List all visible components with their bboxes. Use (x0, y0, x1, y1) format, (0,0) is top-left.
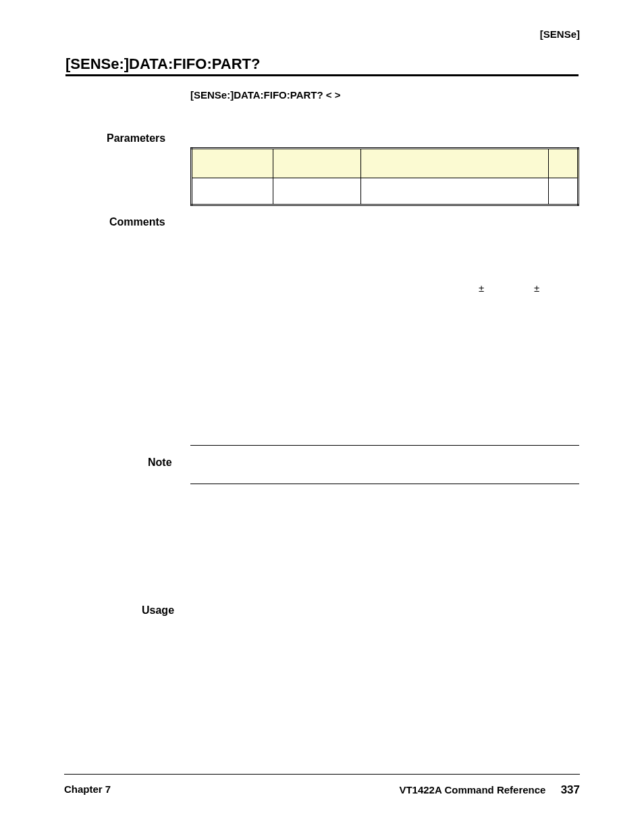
section-header: [SENSe] (540, 28, 580, 40)
table-header-cell (273, 149, 360, 178)
heading-rule (65, 74, 579, 76)
footer-ref-text: VT1422A Command Reference (399, 784, 545, 796)
syntax-line: [SENSe:]DATA:FIFO:PART? < > (190, 89, 341, 101)
table-header-cell (549, 149, 579, 178)
note-rule-top (190, 445, 579, 446)
table-header-row (192, 149, 579, 178)
table-cell (192, 178, 273, 205)
footer-chapter: Chapter 7 (64, 783, 111, 795)
table-header-cell (360, 149, 549, 178)
command-heading: [SENSe:]DATA:FIFO:PART? (65, 55, 260, 73)
footer-reference: VT1422A Command Reference 337 (399, 783, 580, 797)
footer-rule (64, 774, 580, 775)
plus-minus-symbol: ± (534, 282, 539, 294)
footer-page-number: 337 (561, 783, 580, 796)
table-cell (273, 178, 360, 205)
note-label: Note (148, 457, 172, 469)
table-header-cell (192, 149, 273, 178)
parameters-table (190, 147, 579, 206)
parameters-label: Parameters (107, 132, 165, 145)
comments-label: Comments (109, 216, 165, 228)
usage-label: Usage (142, 604, 174, 617)
table-row (192, 178, 579, 205)
plus-minus-symbol: ± (479, 282, 484, 294)
table-cell (549, 178, 579, 205)
table-cell (360, 178, 549, 205)
note-rule-bottom (190, 484, 579, 484)
